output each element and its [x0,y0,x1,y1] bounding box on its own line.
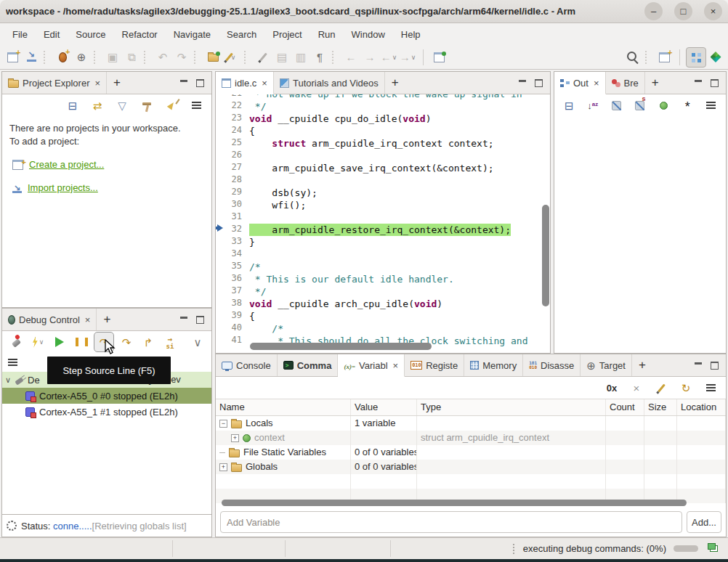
close-tab-icon[interactable]: × [85,314,91,325]
hex-format-button[interactable]: 0x [602,378,621,397]
menu-help[interactable]: Help [393,26,429,43]
menu-source[interactable]: Source [68,26,113,43]
remove-all-icon[interactable]: × [627,378,646,397]
column-header-value[interactable]: Value [351,399,417,415]
status-link[interactable]: conne..... [53,521,92,532]
expander-icon[interactable]: − [219,420,227,428]
menu-search[interactable]: Search [219,26,264,43]
editor-tab-tutorials-and-videos[interactable]: Tutorials and Videos [274,72,385,94]
add-variable-button[interactable]: Add... [687,511,721,533]
minimize-button[interactable]: – [644,2,663,20]
toolbar-overflow-icon[interactable]: ∨ [188,333,207,351]
minimize-view-button[interactable] [519,80,526,82]
debug-control-tab-debug-control[interactable]: Debug Control× [2,309,97,330]
pin-editor-icon[interactable] [429,48,448,67]
table-row[interactable]: +Globals0 of 0 variables [216,460,726,474]
next-edit-location-icon[interactable]: → [360,48,379,67]
connect-icon[interactable]: ∨ [28,333,47,351]
link-with-editor-icon[interactable]: ⇄ [88,96,107,115]
background-jobs-icon[interactable] [710,545,718,552]
maximize-view-button[interactable] [711,362,719,370]
continue-icon[interactable] [50,333,69,351]
bottom-tab-target[interactable]: ⊕Target [581,354,632,376]
column-header-type[interactable]: Type [417,399,606,415]
view-menu-icon[interactable] [701,378,720,397]
previous-edit-location-icon[interactable]: ← [341,48,360,67]
menu-edit[interactable]: Edit [36,26,68,43]
doc-source-icon[interactable]: ▤ [272,48,291,67]
open-perspective-icon[interactable] [655,48,674,67]
refresh-icon[interactable]: ↻ [676,378,695,397]
hide-static-members-icon[interactable] [631,96,650,115]
close-tab-icon[interactable]: × [262,78,267,89]
minimize-view-button[interactable] [695,362,702,365]
debug-control-new-view-button[interactable]: + [97,309,117,330]
column-header-location[interactable]: Location [677,399,726,415]
editor-horizontal-scrollbar[interactable] [250,343,432,350]
debug-core-row[interactable]: Cortex-A55_0 #0 stopped (EL2h) [2,388,211,404]
close-tab-icon[interactable]: × [594,78,599,89]
minimize-view-button[interactable] [180,317,187,319]
close-tab-icon[interactable]: × [94,78,100,89]
interrupt-icon[interactable] [72,333,91,351]
editor-tab-idle-c[interactable]: idle.c× [216,72,274,94]
sort-icon[interactable] [584,96,602,115]
build-icon[interactable] [137,96,156,115]
disconnect-icon[interactable] [7,333,25,351]
search-icon[interactable] [623,48,642,67]
bottom-tab-console[interactable]: Console [216,354,278,376]
step-over-icon[interactable]: ↷ [117,333,136,351]
bottom-tab-memory[interactable]: Memory [464,354,523,376]
show-whitespace-icon[interactable]: ¶ [310,48,329,67]
expander-icon[interactable]: ∨ [5,375,11,385]
step-instruction-icon[interactable]: si [161,333,179,351]
outline-tab-bre[interactable]: Bre [606,72,645,94]
hide-inactive-icon[interactable]: * [679,96,697,115]
debug-bug-icon[interactable] [53,48,72,67]
variables-horizontal-scrollbar[interactable] [222,500,687,506]
filter-icon[interactable]: ▽ [113,96,132,115]
bottom-tab-comma[interactable]: Comma [278,354,339,376]
collapse-all-icon[interactable]: ⊟ [63,96,82,115]
import-projects-link[interactable]: Import projects... [28,182,98,195]
view-menu-icon[interactable] [187,96,206,115]
maximize-view-button[interactable] [196,316,204,324]
bottom-tab-registe[interactable]: Registe [405,354,464,376]
import-icon[interactable] [22,48,41,67]
code-editor[interactable]: 21 * not wake up if we block the wake up… [216,94,550,354]
close-tab-icon[interactable]: × [393,360,399,371]
perspective-development-studio-icon[interactable] [686,47,706,68]
outline-tab-out[interactable]: Out× [554,72,606,94]
maximize-button[interactable]: □ [674,2,692,20]
bottom-tab-disasse[interactable]: Disasse [523,354,581,376]
back-icon[interactable]: ←∨ [379,48,398,67]
forward-icon[interactable]: →∨ [398,48,417,67]
add-variable-input[interactable] [220,511,682,533]
debug-core-row[interactable]: Cortex-A55_1 #1 stopped (EL2h) [2,404,211,420]
expander-icon[interactable]: + [231,434,239,442]
step-out-icon[interactable]: ↱ [139,333,158,351]
editor-vertical-scrollbar[interactable] [542,205,549,306]
outline-new-view-button[interactable]: + [645,72,666,94]
menu-window[interactable]: Window [344,26,393,43]
project-explorer-new-view-button[interactable]: + [107,72,127,94]
maximize-view-button[interactable] [535,79,543,87]
create-project-link[interactable]: Create a project... [29,158,104,171]
new-wizard-icon[interactable] [3,48,22,67]
view-menu-icon[interactable] [702,96,720,115]
perspective-debug-icon[interactable] [706,48,725,67]
doc-outline-icon[interactable]: ▥ [291,48,310,67]
table-row[interactable]: −Locals1 variable [216,416,726,431]
annotation-pen-icon[interactable]: ∨ [222,48,241,67]
close-button[interactable]: × [704,2,722,20]
undo-icon[interactable]: ↶ [153,48,172,67]
select-target-icon[interactable]: ⊕ [72,48,91,67]
format-pen-icon[interactable] [254,48,272,67]
bottom-tab-variabl[interactable]: Variabl× [338,354,405,377]
menu-refactor[interactable]: Refactor [114,26,166,43]
menu-navigate[interactable]: Navigate [166,26,219,43]
expander-icon[interactable]: + [219,463,227,471]
minimize-view-button[interactable] [180,80,187,82]
maximize-view-button[interactable] [196,79,204,87]
edit-variable-icon[interactable] [652,378,671,397]
